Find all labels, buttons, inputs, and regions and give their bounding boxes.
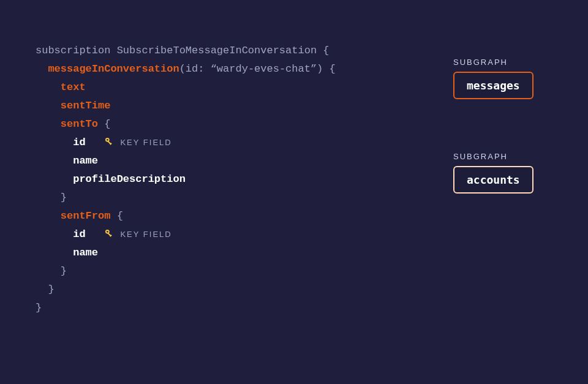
subgraph-accounts-box: accounts: [453, 166, 533, 194]
graphql-query: subscription SubscribeToMessageInConvers…: [36, 42, 336, 317]
svg-point-1: [107, 139, 108, 141]
arg-value: “wardy-eves-chat”: [211, 63, 317, 75]
subgraph-messages-box: messages: [453, 72, 533, 99]
field-id: id: [73, 137, 85, 148]
subgraph-messages-block: SUBGRAPH messages: [453, 58, 533, 99]
key-icon: [104, 135, 114, 153]
subgraph-accounts-text: accounts: [467, 173, 520, 186]
field-profileDescription: profileDescription: [73, 173, 186, 185]
field-name-2: name: [73, 247, 98, 258]
subgraph-messages-text: messages: [467, 79, 520, 92]
field-sentTo: sentTo: [61, 118, 98, 130]
subgraph-label-2: SUBGRAPH: [453, 152, 533, 161]
operation-name: SubscribeToMessageInConversation: [117, 45, 317, 56]
svg-point-5: [107, 231, 108, 233]
field-sentFrom: sentFrom: [61, 210, 111, 222]
field-text: text: [61, 81, 86, 93]
field-id-2: id: [73, 228, 85, 240]
field-messageInConversation: messageInConversation: [48, 63, 179, 75]
arg-name: id: [186, 63, 198, 75]
key-field-label-2: KEY FIELD: [120, 230, 172, 239]
keyword-subscription: subscription: [36, 45, 110, 56]
key-icon: [104, 227, 114, 245]
field-name: name: [73, 155, 98, 167]
subgraph-accounts-block: SUBGRAPH accounts: [453, 152, 533, 194]
subgraph-label: SUBGRAPH: [453, 58, 533, 67]
field-sentTime: sentTime: [61, 100, 111, 111]
key-field-label: KEY FIELD: [120, 138, 172, 147]
